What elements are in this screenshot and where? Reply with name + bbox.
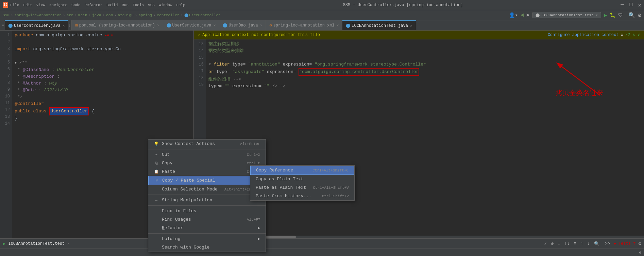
- tab-close-spring-xml[interactable]: ✕: [337, 23, 339, 28]
- annotation-text: 拷贝全类名过来: [556, 88, 603, 97]
- breadcrumb-spring[interactable]: spring: [138, 13, 152, 17]
- code-line-7: * @Description :: [15, 73, 191, 80]
- profile-icon[interactable]: 👤▾: [509, 12, 518, 18]
- code-line-4: [15, 53, 191, 59]
- nav-forward-icon[interactable]: ►: [526, 12, 530, 18]
- tab-close-iocb[interactable]: ✕: [410, 23, 412, 28]
- breadcrumb-src[interactable]: src: [67, 13, 73, 17]
- tools-menu-item[interactable]: Tools: [133, 3, 144, 7]
- tab-close-userdao[interactable]: ✕: [260, 23, 262, 28]
- code-menu-item[interactable]: Code: [71, 3, 80, 7]
- line-numbers-left: 1 2 3 4 5 6 7 8 9 10 11 12 13 14: [0, 31, 12, 238]
- window-menu-item[interactable]: Window: [159, 3, 172, 7]
- tab-close-usercontroller[interactable]: ✕: [63, 23, 65, 28]
- fold-icon-5[interactable]: ▼: [15, 61, 17, 65]
- run-bar: ▶ IOCBAnnotationTest.test ✕ ✓ ⊗ ↕ ↑↓ ≡ ↑…: [0, 238, 644, 249]
- ctx-show-context-actions[interactable]: 💡 Show Context Actions Alt+Enter: [148, 140, 266, 148]
- run-toolbar-icon-7[interactable]: ↓: [587, 240, 591, 247]
- minimize-button[interactable]: ─: [621, 2, 624, 8]
- tab-userservice[interactable]: ⬤ UserService.java ✕: [163, 20, 220, 30]
- coverage-button[interactable]: 🛡: [618, 13, 623, 18]
- code-line-9: * @Date : 2023/1/10: [15, 87, 191, 94]
- configure-area: Configure application context ⚙ ✓2 ∧ ∨: [548, 32, 640, 37]
- configure-gear-icon[interactable]: ⚙: [621, 32, 623, 37]
- run-config-selector[interactable]: ⬤ IOCBAnnotationTest.test ▾: [532, 12, 601, 18]
- ctx-cut[interactable]: ✂ Cut Ctrl+X: [148, 150, 266, 159]
- submenu-paste-plain[interactable]: Paste as Plain Text Ctrl+Alt+Shift+V: [250, 183, 354, 192]
- code-line-12: public class UserController {: [15, 107, 191, 115]
- code-line-2: [15, 39, 191, 46]
- run-more-icon[interactable]: >>: [604, 240, 611, 247]
- view-menu-item[interactable]: View: [36, 3, 45, 7]
- ctx-find-in-files[interactable]: Find in Files: [148, 207, 266, 215]
- run-tab-close[interactable]: ✕: [67, 241, 70, 246]
- tab-usercontroller[interactable]: ⬤ UserController.java ✕: [5, 20, 68, 30]
- lightbulb-icon: 💡: [154, 142, 159, 146]
- breadcrumb-class[interactable]: ⬤: [184, 13, 188, 17]
- run-button[interactable]: ▶: [604, 12, 607, 19]
- close-button[interactable]: ✕: [638, 2, 641, 8]
- status-settings[interactable]: ⚙: [639, 250, 641, 255]
- left-more-tabs[interactable]: ⋮: [68, 20, 71, 30]
- debug-button[interactable]: 🐛: [610, 12, 615, 18]
- ctx-string-manipulation[interactable]: ✏ String Manipulation ▶: [148, 196, 266, 204]
- breadcrumb-module[interactable]: spring-ioc-annotation: [14, 13, 62, 17]
- breadcrumb-usercontroller[interactable]: UserController: [189, 13, 220, 17]
- ctx-find-usages[interactable]: Find Usages Alt+F7: [148, 215, 266, 224]
- ctx-search-google[interactable]: Search with Google: [148, 243, 266, 252]
- tab-close-userservice[interactable]: ✕: [214, 23, 216, 28]
- toolbar-right: 👤▾ ◄ ► ⬤ IOCBAnnotationTest.test ▾ ▶ 🐛 🛡…: [509, 12, 641, 19]
- tab-spring-xml[interactable]: ⚙ spring-ioc-annotation.xml ✕: [266, 20, 342, 30]
- ctx-refactor[interactable]: Refactor ▶: [148, 224, 266, 232]
- rcode-line-13: 据注解类型排除: [208, 41, 641, 48]
- ctx-column-selection[interactable]: Column Selection Mode Alt+Shift+Insert: [148, 185, 266, 194]
- project-sidebar-tab[interactable]: P: [0, 20, 5, 30]
- navigate-menu-item[interactable]: Navigate: [49, 3, 67, 7]
- breadcrumb-atguigu[interactable]: atguigu: [118, 13, 134, 17]
- file-menu-item[interactable]: File: [10, 3, 19, 7]
- ctx-copy-paste-special[interactable]: ⎘ Copy / Paste Special ▶: [148, 176, 266, 185]
- run-toolbar-icon-5[interactable]: ≡: [573, 240, 577, 247]
- search-icon[interactable]: 🔍: [628, 12, 635, 19]
- run-toolbar-icon-3[interactable]: ↕: [557, 240, 561, 247]
- configure-link[interactable]: Configure application context: [548, 33, 619, 37]
- maximize-button[interactable]: □: [629, 2, 633, 8]
- tab-close-pomxml[interactable]: ✕: [157, 23, 159, 28]
- tab-userdao[interactable]: ⬤ UserDao.java ✕: [219, 20, 266, 30]
- build-menu-item[interactable]: Build: [106, 3, 118, 7]
- run-menu-item[interactable]: Run: [122, 3, 129, 7]
- run-toolbar-icon-6[interactable]: ↑: [580, 240, 584, 247]
- vcs-menu-item[interactable]: VCS: [148, 3, 155, 7]
- run-toolbar-icon-8[interactable]: 🔍: [593, 240, 600, 247]
- breadcrumb-controller[interactable]: controller: [157, 13, 180, 17]
- tab-pomxml[interactable]: m pom.xml (spring-ioc-annotation) ✕: [72, 20, 163, 30]
- settings-gear-right[interactable]: ⚙: [639, 241, 641, 246]
- ctx-copy[interactable]: ⎘ Copy Ctrl+C: [148, 159, 266, 167]
- breadcrumb-main[interactable]: main: [78, 13, 87, 17]
- run-tab-label[interactable]: IOCBAnnotationTest.test: [8, 241, 65, 246]
- run-toolbar-icon-1[interactable]: ✓: [544, 240, 548, 247]
- ctx-folding[interactable]: Folding ▶: [148, 235, 266, 243]
- submenu-paste-history[interactable]: Paste from History... Ctrl+Shift+V: [250, 192, 354, 200]
- breadcrumb-com[interactable]: com: [106, 13, 113, 17]
- code-line-5: ▼ /**: [15, 59, 191, 67]
- submenu-copy-reference[interactable]: Copy Reference Ctrl+Alt+Shift+C: [250, 166, 354, 175]
- edit-menu-item[interactable]: Edit: [23, 3, 32, 7]
- nav-back-icon[interactable]: ◄: [521, 12, 524, 18]
- submenu-copy-plain[interactable]: Copy as Plain Text: [250, 175, 354, 183]
- status-bar: ⚙: [0, 249, 644, 256]
- ctx-sep-1: [148, 149, 266, 149]
- run-toolbar-icon-4[interactable]: ↑↓: [564, 240, 571, 247]
- breadcrumb-ssm[interactable]: SSM: [3, 13, 10, 17]
- help-menu-item[interactable]: Help: [176, 3, 185, 7]
- ctx-paste[interactable]: 📋 Paste Ctrl+V: [148, 167, 266, 176]
- run-toolbar-icon-2[interactable]: ⊗: [550, 240, 554, 247]
- refactor-menu-item[interactable]: Refactor: [84, 3, 102, 7]
- tab-bar: P ⬤ UserController.java ✕ ⋮ m pom.xml (s…: [0, 20, 644, 31]
- run-icon: ▶: [3, 241, 5, 246]
- tab-dot-left: ⬤: [8, 23, 13, 28]
- breadcrumb-java[interactable]: java: [92, 13, 101, 17]
- top-toolbar: SSM › spring-ioc-annotation › src › main…: [0, 10, 644, 20]
- settings-icon[interactable]: ⚙: [638, 12, 641, 19]
- tab-iocb-test[interactable]: ⬤ IOCBAnnotationTest.java ✕: [342, 20, 416, 30]
